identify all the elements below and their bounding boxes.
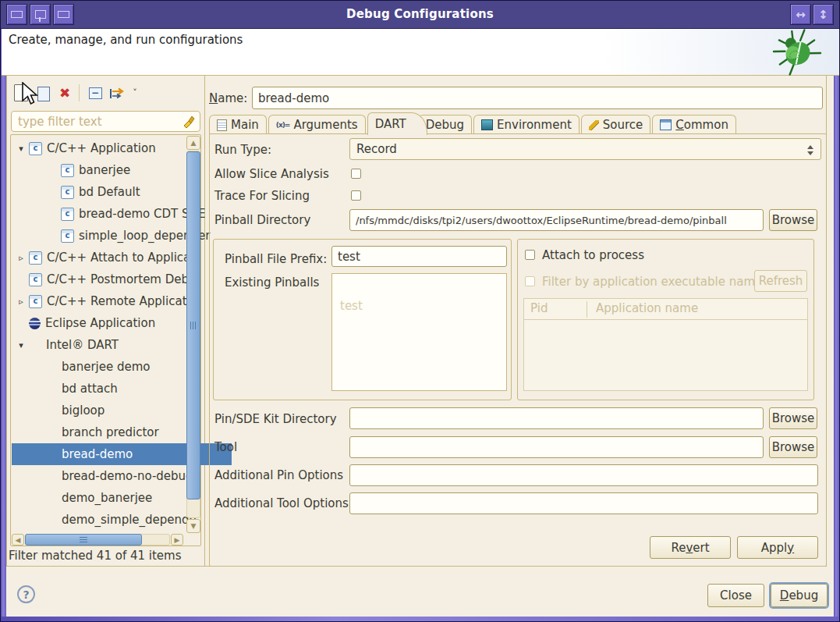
tab-arguments[interactable]: (x)=Arguments bbox=[268, 115, 366, 134]
delete-configuration-button[interactable]: ✖ bbox=[57, 85, 73, 101]
existing-pinball-item[interactable]: test bbox=[332, 296, 506, 316]
additional-tool-options-input[interactable] bbox=[356, 494, 812, 513]
tab-dart[interactable]: DART bbox=[367, 112, 427, 135]
pin-sde-kit-browse-button[interactable]: Browse bbox=[769, 407, 817, 429]
collapse-all-button[interactable]: − bbox=[87, 85, 103, 101]
horizontal-scrollbar-thumb[interactable] bbox=[25, 534, 142, 546]
dialog-subtitle: Create, manage, and run configurations bbox=[9, 33, 243, 47]
tree-item-c-c-postmortem-debu[interactable]: cC/C++ Postmortem Debu bbox=[12, 268, 190, 290]
window-minimize-button[interactable] bbox=[53, 4, 74, 25]
c-app-icon: c bbox=[29, 273, 42, 286]
window-resize-horizontal-button[interactable]: ↔ bbox=[790, 4, 811, 25]
tree-item-c-c-application[interactable]: ▾cC/C++ Application bbox=[12, 137, 190, 159]
tool-field[interactable] bbox=[349, 436, 764, 458]
scroll-right-button[interactable]: ▶ bbox=[171, 534, 183, 546]
window-frame-bottom bbox=[1, 617, 839, 621]
tool-browse-button[interactable]: Browse bbox=[769, 436, 817, 458]
window-menu-icon bbox=[11, 11, 23, 18]
scroll-left-button[interactable]: ◀ bbox=[12, 534, 24, 546]
tab-label: Main bbox=[231, 118, 259, 132]
window-resize-vertical-button[interactable]: ↕ bbox=[813, 4, 834, 25]
tree-item-label: C/C++ Application bbox=[47, 141, 156, 155]
scroll-down-button[interactable]: ▼ bbox=[186, 519, 200, 533]
debug-configurations-dialog: Debug Configurations ↔ ↕ Create, manage,… bbox=[0, 0, 840, 622]
pinball-directory-input[interactable] bbox=[356, 211, 757, 229]
pin-sde-kit-directory-field[interactable] bbox=[349, 407, 764, 429]
vertical-scrollbar-thumb[interactable] bbox=[186, 151, 200, 499]
expanded-arrow-icon[interactable]: ▾ bbox=[16, 340, 27, 350]
window-titlebar[interactable]: Debug Configurations ↔ ↕ bbox=[1, 1, 839, 29]
tool-label: Tool bbox=[214, 440, 237, 454]
tree-item-intel-dart[interactable]: ▾Intel® DART bbox=[12, 334, 190, 356]
scroll-up-button[interactable]: ▲ bbox=[186, 136, 200, 150]
tool-input[interactable] bbox=[356, 438, 757, 457]
tree-item-c-c-attach-to-applicat[interactable]: ▹cC/C++ Attach to Applicat bbox=[12, 247, 190, 268]
window-title: Debug Configurations bbox=[1, 7, 839, 21]
tree-item-c-c-remote-applicatio[interactable]: ▹cC/C++ Remote Applicatio bbox=[12, 290, 190, 312]
window-pin-button[interactable] bbox=[30, 4, 51, 25]
tab-label: Debug bbox=[426, 118, 464, 132]
tree-item-label: Intel® DART bbox=[46, 338, 119, 352]
existing-pinballs-list[interactable]: test bbox=[331, 273, 507, 391]
collapse-all-icon: − bbox=[89, 87, 102, 99]
additional-pin-options-field[interactable] bbox=[349, 464, 818, 486]
filter-text-box[interactable] bbox=[11, 111, 200, 132]
additional-tool-options-field[interactable] bbox=[349, 492, 818, 514]
left-panel-border bbox=[6, 76, 7, 567]
additional-tool-options-label: Additional Tool Options bbox=[214, 496, 349, 510]
tab-source[interactable]: Source bbox=[581, 115, 651, 134]
revert-button[interactable]: Revert bbox=[650, 536, 731, 559]
tab-main[interactable]: Main bbox=[209, 115, 267, 134]
tree-item-label: bigloop bbox=[62, 403, 105, 418]
tab-label: Environment bbox=[497, 118, 572, 132]
allow-slice-analysis-label: Allow Slice Analysis bbox=[214, 167, 329, 181]
window-frame-left bbox=[1, 1, 6, 621]
column-divider[interactable] bbox=[587, 301, 587, 318]
tab-common[interactable]: Common bbox=[652, 115, 736, 134]
pid-column-header[interactable]: Pid bbox=[530, 301, 548, 315]
pinball-directory-browse-button[interactable]: Browse bbox=[769, 209, 817, 231]
filter-by-executable-checkbox bbox=[525, 276, 535, 286]
pinball-directory-field[interactable] bbox=[349, 209, 764, 231]
trace-for-slicing-checkbox[interactable] bbox=[351, 190, 361, 201]
thumb-grip bbox=[80, 537, 87, 543]
tree-items: ▾cC/C++ Applicationcbanerjeecbd Defaultc… bbox=[12, 137, 186, 531]
tree-item-label: bd attach bbox=[62, 382, 118, 396]
name-field[interactable] bbox=[252, 87, 823, 109]
allow-slice-analysis-checkbox[interactable] bbox=[351, 169, 361, 179]
c-app-icon: c bbox=[29, 142, 42, 155]
clear-filter-brush-icon[interactable] bbox=[181, 115, 195, 129]
c-app-icon: c bbox=[61, 164, 74, 177]
additional-pin-options-input[interactable] bbox=[356, 466, 812, 485]
close-button[interactable]: Close bbox=[707, 584, 764, 607]
window-menu-button[interactable] bbox=[6, 4, 27, 25]
arguments-icon: (x)= bbox=[276, 121, 290, 129]
tab-environment[interactable]: Environment bbox=[473, 115, 579, 134]
tree-item-label: Eclipse Application bbox=[45, 316, 155, 330]
attach-to-process-checkbox[interactable] bbox=[525, 250, 535, 260]
filter-launch-configurations-button[interactable] bbox=[108, 84, 128, 102]
refresh-button: Refresh bbox=[754, 270, 807, 292]
application-name-column-header[interactable]: Application name bbox=[596, 301, 698, 315]
eclipse-icon bbox=[29, 318, 41, 329]
debug-button[interactable]: Debug bbox=[771, 584, 828, 607]
file-icon bbox=[217, 119, 227, 131]
pinball-directory-label: Pinball Directory bbox=[214, 213, 310, 227]
pinball-file-prefix-field[interactable] bbox=[331, 246, 507, 267]
tree-item-label: bread-demo-no-debug bbox=[62, 469, 193, 483]
apply-button[interactable]: Apply bbox=[737, 536, 818, 559]
tree-item-label: C/C++ Remote Applicatio bbox=[47, 294, 190, 308]
tree-item-eclipse-application[interactable]: Eclipse Application bbox=[12, 312, 190, 334]
help-button[interactable]: ? bbox=[17, 585, 35, 603]
collapsed-arrow-icon[interactable]: ▹ bbox=[16, 253, 27, 263]
pinball-file-prefix-input[interactable] bbox=[338, 247, 501, 265]
collapsed-arrow-icon[interactable]: ▹ bbox=[16, 297, 27, 307]
run-type-combo[interactable]: Record bbox=[349, 138, 821, 160]
name-input[interactable] bbox=[258, 88, 817, 108]
filter-by-executable-label: Filter by application executable name bbox=[542, 275, 762, 289]
toolbar-menu-chevron[interactable]: ˅ bbox=[129, 87, 140, 98]
expanded-arrow-icon[interactable]: ▾ bbox=[16, 144, 27, 154]
pin-sde-kit-directory-input[interactable] bbox=[356, 409, 757, 428]
filter-input[interactable] bbox=[16, 113, 175, 130]
bug-icon bbox=[772, 27, 822, 76]
